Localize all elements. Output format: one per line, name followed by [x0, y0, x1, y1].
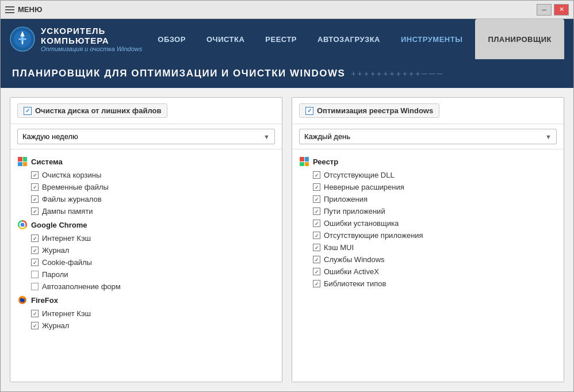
- main-content: ✓ Очистка диска от лишних файлов Каждую …: [1, 88, 573, 391]
- left-label-1-3: Пароли: [42, 270, 68, 279]
- checkbox-registry-8[interactable]: ✓: [313, 268, 320, 275]
- title-bar: МЕНЮ ─ ✕: [1, 1, 573, 19]
- left-item-2-1: ✓ Журнал: [10, 320, 282, 332]
- left-label-2-1: Журнал: [42, 321, 69, 330]
- left-label-0-3: Дампы памяти: [42, 207, 93, 216]
- right-label-0-5: Отсутствующие приложения: [324, 231, 423, 240]
- checkbox-system-2[interactable]: ✓: [31, 195, 39, 203]
- right-label-0-8: Ошибки ActiveX: [324, 267, 379, 276]
- title-bar-title: МЕНЮ: [18, 5, 42, 14]
- checkbox-system-3[interactable]: ✓: [31, 207, 39, 215]
- logo-subtitle: Оптимизация и очистка Windows: [41, 45, 147, 52]
- right-panel-checkbox-label[interactable]: ✓ Оптимизация реестра Windows: [299, 103, 439, 118]
- left-panel-checkbox[interactable]: ✓: [24, 107, 32, 115]
- checkbox-chrome-1[interactable]: ✓: [31, 247, 39, 254]
- group-system-label: Система: [31, 157, 63, 166]
- checkbox-chrome-2[interactable]: ✓: [31, 259, 39, 266]
- right-label-0-9: Библиотеки типов: [324, 279, 386, 288]
- checkbox-firefox-0[interactable]: ✓: [31, 310, 39, 317]
- checkbox-registry-2[interactable]: ✓: [313, 195, 320, 203]
- left-label-2-0: Интернет Кэш: [42, 309, 91, 318]
- right-dropdown-row: Каждый день ▼: [292, 124, 564, 149]
- checkbox-registry-6[interactable]: ✓: [313, 244, 320, 251]
- left-panel: ✓ Очистка диска от лишних файлов Каждую …: [10, 97, 282, 382]
- checkbox-chrome-3[interactable]: [31, 271, 39, 278]
- windows-icon: [17, 156, 28, 167]
- right-label-0-1: Неверные расширения: [324, 183, 404, 191]
- svg-point-2: [20, 37, 25, 41]
- left-item-1-4: Автозаполнение форм: [10, 280, 282, 293]
- checkbox-chrome-4[interactable]: [31, 283, 39, 290]
- checkbox-registry-5[interactable]: ✓: [313, 232, 320, 239]
- registry-icon: [299, 156, 309, 167]
- checkbox-system-1[interactable]: ✓: [31, 183, 39, 191]
- tab-autostart[interactable]: АВТОЗАГРУЗКА: [307, 19, 391, 59]
- tab-tools[interactable]: ИНСТРУМЕНТЫ: [391, 19, 473, 59]
- tab-scheduler[interactable]: ПЛАНИРОВЩИК: [475, 19, 564, 59]
- logo-text: УСКОРИТЕЛЬ КОМПЬЮТЕРА Оптимизация и очис…: [41, 26, 147, 52]
- right-label-0-0: Отсутствующие DLL: [324, 171, 395, 179]
- left-item-0-2: ✓ Файлы журналов: [10, 193, 282, 205]
- right-list-area[interactable]: Реестр ✓ Отсутствующие DLL ✓ Неверные ра…: [292, 149, 564, 382]
- checkbox-registry-4[interactable]: ✓: [313, 220, 320, 227]
- right-dropdown[interactable]: Каждый день ▼: [299, 129, 557, 144]
- group-chrome: Google Chrome: [10, 217, 282, 232]
- hamburger-icon[interactable]: [5, 6, 14, 13]
- left-item-1-1: ✓ Журнал: [10, 244, 282, 256]
- right-label-0-2: Приложения: [324, 195, 368, 203]
- right-item-0-6: ✓ Кэш MUI: [292, 241, 564, 253]
- left-panel-title: Очистка диска от лишних файлов: [35, 106, 161, 115]
- right-panel-header: ✓ Оптимизация реестра Windows: [292, 98, 564, 124]
- checkbox-chrome-0[interactable]: ✓: [31, 235, 39, 242]
- right-item-0-2: ✓ Приложения: [292, 193, 564, 205]
- checkbox-registry-3[interactable]: ✓: [313, 207, 320, 215]
- firefox-icon: [17, 295, 28, 305]
- chrome-icon: [17, 220, 28, 230]
- left-label-1-4: Автозаполнение форм: [42, 282, 121, 291]
- checkbox-registry-7[interactable]: ✓: [313, 256, 320, 263]
- title-bar-controls: ─ ✕: [537, 4, 569, 16]
- app-window: МЕНЮ ─ ✕ УСКОРИТЕЛЬ КОМПЬЮТЕРА Оптимизац…: [0, 0, 574, 392]
- logo-icon: [10, 26, 35, 52]
- group-chrome-label: Google Chrome: [31, 221, 87, 229]
- checkbox-system-0[interactable]: ✓: [31, 171, 39, 179]
- left-label-1-0: Интернет Кэш: [42, 234, 91, 243]
- logo-area: УСКОРИТЕЛЬ КОМПЬЮТЕРА Оптимизация и очис…: [10, 26, 147, 52]
- left-item-0-3: ✓ Дампы памяти: [10, 205, 282, 217]
- left-dropdown-arrow: ▼: [263, 133, 270, 140]
- right-item-0-8: ✓ Ошибки ActiveX: [292, 266, 564, 278]
- right-label-0-7: Службы Windows: [324, 255, 385, 264]
- left-item-1-3: Пароли: [10, 268, 282, 280]
- checkbox-registry-1[interactable]: ✓: [313, 183, 320, 191]
- tab-registry[interactable]: РЕЕСТР: [255, 19, 307, 59]
- right-item-0-7: ✓ Службы Windows: [292, 253, 564, 266]
- left-label-1-1: Журнал: [42, 246, 69, 255]
- left-label-0-2: Файлы журналов: [42, 195, 102, 203]
- checkbox-firefox-1[interactable]: ✓: [31, 322, 39, 329]
- tab-clean[interactable]: ОЧИСТКА: [196, 19, 255, 59]
- app-header: УСКОРИТЕЛЬ КОМПЬЮТЕРА Оптимизация и очис…: [1, 19, 573, 59]
- minimize-button[interactable]: ─: [537, 4, 552, 16]
- close-button[interactable]: ✕: [554, 4, 569, 16]
- left-item-0-0: ✓ Очистка корзины: [10, 169, 282, 181]
- checkbox-registry-9[interactable]: ✓: [313, 280, 320, 287]
- right-label-0-4: Ошибки установщика: [324, 219, 399, 228]
- tab-overview[interactable]: ОБЗОР: [147, 19, 196, 59]
- right-dropdown-arrow: ▼: [545, 133, 552, 140]
- checkbox-registry-0[interactable]: ✓: [313, 171, 320, 179]
- right-item-0-1: ✓ Неверные расширения: [292, 181, 564, 193]
- left-label-0-1: Временные файлы: [42, 183, 109, 191]
- right-item-0-5: ✓ Отсутствующие приложения: [292, 229, 564, 241]
- left-dropdown-value: Каждую неделю: [22, 132, 78, 141]
- group-system: Система: [10, 154, 282, 169]
- left-dropdown[interactable]: Каждую неделю ▼: [17, 129, 275, 144]
- right-panel-checkbox[interactable]: ✓: [305, 107, 313, 115]
- left-list-area[interactable]: Система ✓ Очистка корзины ✓ Временные фа…: [10, 149, 282, 382]
- left-panel-checkbox-label[interactable]: ✓ Очистка диска от лишних файлов: [17, 103, 167, 118]
- left-dropdown-row: Каждую неделю ▼: [10, 124, 282, 149]
- left-panel-header: ✓ Очистка диска от лишних файлов: [10, 98, 282, 124]
- logo-title: УСКОРИТЕЛЬ КОМПЬЮТЕРА: [41, 26, 147, 45]
- group-firefox-label: FireFox: [31, 296, 58, 305]
- right-panel-title: Оптимизация реестра Windows: [317, 106, 433, 115]
- group-firefox: FireFox: [10, 293, 282, 308]
